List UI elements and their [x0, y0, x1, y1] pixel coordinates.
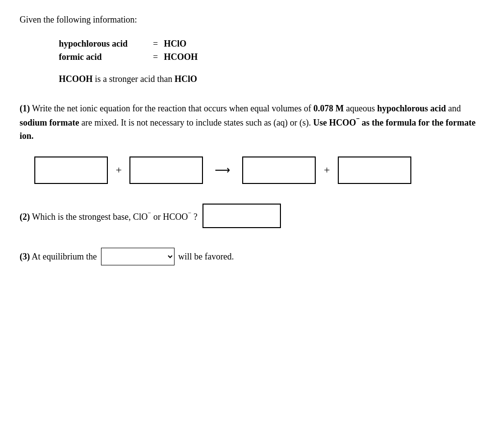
stronger-bold-hcooh: HCOOH: [59, 74, 93, 84]
def-row-hypochlorous: hypochlorous acid = HClO: [59, 39, 484, 49]
q1-concentration: 0.078 M: [313, 104, 344, 113]
q1-number: (1): [20, 104, 30, 113]
strongest-base-input[interactable]: [202, 204, 281, 228]
q1-salt: sodium formate: [20, 118, 79, 128]
question2-row: (2) Which is the strongest base, ClO⁻ or…: [20, 204, 484, 228]
formula-hclo: HClO: [164, 39, 186, 49]
q1-sup1: ⁻: [356, 116, 359, 124]
q3-text-before: (3) At equilibrium the: [20, 252, 97, 262]
q2-sup2: ⁻: [188, 210, 191, 218]
def-row-formic: formic acid = HCOOH: [59, 52, 484, 62]
equilibrium-select[interactable]: forward reaction reverse reaction neithe…: [101, 248, 175, 265]
stronger-middle-text: is a stronger acid than: [93, 74, 175, 84]
question2-block: (2) Which is the strongest base, ClO⁻ or…: [20, 204, 484, 228]
q2-text: (2) Which is the strongest base, ClO⁻ or…: [20, 210, 198, 222]
product1-input[interactable]: [242, 156, 316, 184]
reaction-arrow: ⟶: [215, 164, 230, 177]
question3-block: (3) At equilibrium the forward reaction …: [20, 248, 484, 265]
stronger-bold-hclo: HClO: [175, 74, 197, 84]
reactant1-input[interactable]: [34, 156, 108, 184]
definitions-block: hypochlorous acid = HClO formic acid = H…: [59, 39, 484, 62]
plus-sign-2: +: [324, 164, 329, 177]
q3-number: (3): [20, 252, 30, 261]
eq-sign-1: =: [153, 39, 158, 49]
reactant2-input[interactable]: [129, 156, 203, 184]
q3-text-after: will be favored.: [178, 252, 234, 262]
term-hypochlorous: hypochlorous acid: [59, 39, 147, 49]
term-formic: formic acid: [59, 52, 147, 62]
q1-formula-instruction: Use HCOO⁻ as the formula for the formate…: [20, 118, 476, 141]
question1-text: (1) Write the net ionic equation for the…: [20, 102, 484, 143]
eq-sign-2: =: [153, 52, 158, 62]
formula-hcooh: HCOOH: [164, 52, 198, 62]
q2-number: (2): [20, 212, 30, 222]
q1-acid: hypochlorous acid: [377, 104, 446, 113]
question1-block: (1) Write the net ionic equation for the…: [20, 102, 484, 184]
product2-input[interactable]: [338, 156, 411, 184]
q2-sup1: ⁻: [148, 210, 151, 218]
stronger-acid-statement: HCOOH is a stronger acid than HClO: [59, 74, 484, 84]
plus-sign-1: +: [116, 164, 122, 177]
equation-row: + ⟶ +: [34, 156, 484, 184]
given-title: Given the following information:: [20, 15, 484, 25]
question3-row: (3) At equilibrium the forward reaction …: [20, 248, 484, 265]
